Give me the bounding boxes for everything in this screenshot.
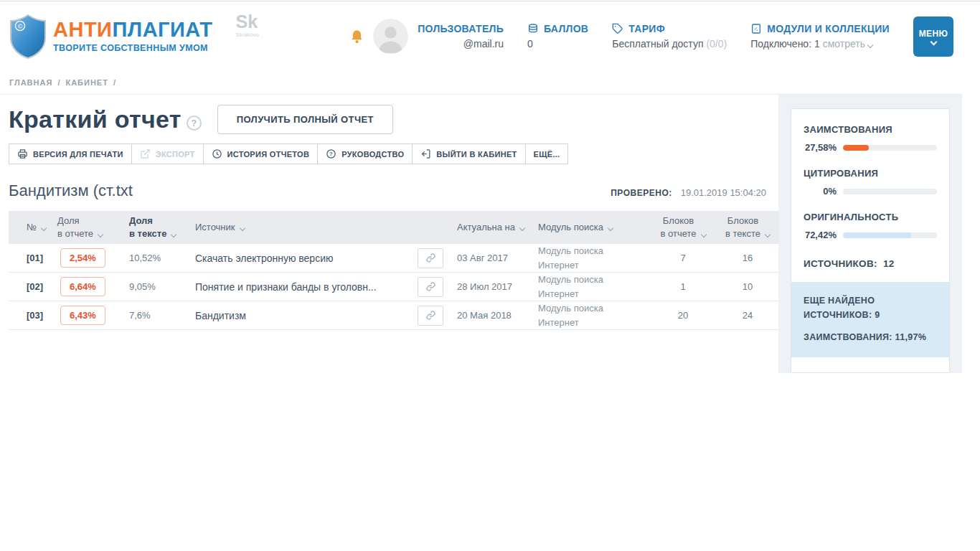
export-button[interactable]: ЭКСПОРТ [131, 143, 204, 164]
header-right: ПОЛЬЗОВАТЕЛЬ @mail.ru БАЛЛОВ 0 [350, 17, 953, 57]
document-title: Бандитизм (ст.txt [9, 182, 133, 200]
source-date: 20 Мая 2018 [452, 310, 538, 321]
table-row: [02] 6,64% 9,05% Понятие и признаки банд… [9, 273, 780, 301]
source-title: Скачать электронную версию [195, 253, 418, 264]
originality-bar [843, 232, 937, 238]
question-circle-icon: ? [326, 149, 336, 159]
checked-label: ПРОВЕРЕНО: [611, 188, 672, 198]
source-link-button[interactable] [418, 306, 443, 326]
extra-found-line1: ЕЩЕ НАЙДЕНО [804, 293, 937, 308]
column-header-num[interactable]: № [9, 221, 57, 234]
share-in-text: 9,05% [129, 281, 195, 292]
checked-timestamp: 19.01.2019 15:04:20 [681, 187, 766, 198]
report-history-button[interactable]: ИСТОРИЯ ОТЧЕТОВ [203, 143, 319, 164]
modules-block: МОДУЛИ И КОЛЛЕКЦИИ Подключено: 1 смотрет… [750, 23, 890, 50]
printer-icon [17, 149, 28, 159]
more-button[interactable]: ЕЩЁ... [525, 143, 569, 164]
points-block[interactable]: БАЛЛОВ 0 [527, 23, 588, 50]
avatar[interactable] [373, 19, 408, 54]
tariff-block[interactable]: ТАРИФ Бесплатный доступ (0/0) [612, 23, 727, 50]
tariff-counter: (0/0) [706, 38, 727, 50]
link-icon [426, 282, 435, 291]
sources-count-value: 12 [883, 258, 895, 269]
table-header: № Доля в отчете Доля в тексте Источник А… [9, 211, 780, 244]
breadcrumb-separator: / [113, 78, 116, 87]
source-date: 03 Авг 2017 [452, 253, 538, 263]
share-in-text: 7,6% [129, 310, 195, 321]
blocks-in-text: 24 [715, 310, 780, 321]
report-summary-sidebar: ЗАИМСТВОВАНИЯ 27,58% ЦИТИРОВАНИЯ 0% [778, 95, 962, 373]
antiplagiat-logo[interactable]: © АНТИПЛАГИАТ ТВОРИТЕ СОБСТВЕННЫМ УМОМ [9, 14, 213, 60]
summary-card: ЗАИМСТВОВАНИЯ 27,58% ЦИТИРОВАНИЯ 0% [791, 108, 950, 373]
sources-table: № Доля в отчете Доля в тексте Источник А… [9, 211, 780, 330]
share-in-report-badge[interactable]: 6,43% [60, 306, 105, 325]
blocks-in-report: 1 [651, 281, 715, 292]
share-in-report-badge[interactable]: 2,54% [60, 248, 105, 268]
extra-found-box: ЕЩЕ НАЙДЕНО ИСТОЧНИКОВ: 9 ЗАИМСТВОВАНИЯ:… [791, 282, 949, 357]
main-area: Краткий отчет ? ПОЛУЧИТЬ ПОЛНЫЙ ОТЧЕТ ВЕ… [0, 95, 962, 373]
user-label: ПОЛЬЗОВАТЕЛЬ [418, 23, 504, 34]
avatar-person-icon [373, 19, 408, 54]
breadcrumb-home[interactable]: ГЛАВНАЯ [9, 78, 52, 87]
toolbar: ВЕРСИЯ ДЛЯ ПЕЧАТИ ЭКСПОРТ ИСТОРИЯ ОТЧЕТО… [9, 143, 778, 164]
notification-bell-icon[interactable] [350, 29, 364, 44]
logo-title: АНТИПЛАГИАТ [53, 19, 213, 40]
user-group: ПОЛЬЗОВАТЕЛЬ @mail.ru [350, 19, 504, 54]
breadcrumb: ГЛАВНАЯ / КАБИНЕТ / [0, 71, 962, 95]
chevron-down-icon [867, 42, 873, 48]
originality-label: ОРИГИНАЛЬНОСТЬ [804, 212, 937, 222]
table-row: [03] 6,43% 7,6% Бандитизм 20 Мая 2018 Мо… [9, 301, 780, 330]
column-header-module[interactable]: Модуль поиска [538, 221, 651, 234]
search-module: Модуль поиска Интернет [538, 244, 651, 272]
plagiarism-value: 27,58% [804, 142, 837, 153]
sort-icon [41, 225, 47, 231]
source-link-button[interactable] [418, 248, 443, 268]
source-title: Бандитизм [195, 310, 418, 321]
column-header-source[interactable]: Источник [195, 221, 418, 234]
svg-text:?: ? [329, 151, 333, 157]
print-version-button[interactable]: ВЕРСИЯ ДЛЯ ПЕЧАТИ [9, 143, 132, 164]
points-value: 0 [527, 38, 588, 50]
column-header-share-report[interactable]: Доля в отчете [57, 215, 129, 240]
blocks-in-text: 10 [715, 281, 780, 292]
originality-metric: ОРИГИНАЛЬНОСТЬ 72,42% [791, 212, 949, 240]
share-in-report-badge[interactable]: 6,64% [60, 277, 105, 296]
source-link-button[interactable] [418, 277, 443, 297]
guide-button[interactable]: ? РУКОВОДСТВО [317, 143, 413, 164]
help-icon[interactable]: ? [187, 116, 202, 131]
export-icon [140, 149, 151, 159]
modules-document-icon [750, 23, 762, 34]
column-header-share-text[interactable]: Доля в тексте [129, 215, 195, 240]
share-in-text: 10,52% [129, 253, 195, 263]
plagiarism-metric: ЗАИМСТВОВАНИЯ 27,58% [791, 124, 949, 153]
sort-icon [171, 231, 176, 237]
breadcrumb-cabinet[interactable]: КАБИНЕТ [65, 78, 108, 87]
column-header-date[interactable]: Актуальна на [452, 221, 538, 234]
checked-info: ПРОВЕРЕНО: 19.01.2019 15:04:20 [611, 187, 766, 198]
sort-icon [239, 225, 245, 231]
logo-tagline: ТВОРИТЕ СОБСТВЕННЫМ УМОМ [53, 43, 213, 53]
extra-found-line3: ЗАИМСТВОВАНИЯ: 11,97% [804, 330, 937, 344]
plagiarism-label: ЗАИМСТВОВАНИЯ [804, 124, 937, 135]
column-header-blocks-report[interactable]: Блоков в отчете [651, 215, 715, 240]
user-menu[interactable]: ПОЛЬЗОВАТЕЛЬ @mail.ru [418, 23, 504, 50]
tag-icon [612, 23, 623, 34]
sort-icon [98, 231, 103, 237]
sort-icon [700, 231, 706, 237]
exit-icon [420, 149, 431, 159]
column-header-blocks-text[interactable]: Блоков в тексте [715, 215, 780, 240]
modules-label: МОДУЛИ И КОЛЛЕКЦИИ [767, 23, 890, 34]
modules-see-link[interactable]: смотреть [823, 38, 865, 50]
get-full-report-button[interactable]: ПОЛУЧИТЬ ПОЛНЫЙ ОТЧЕТ [217, 105, 393, 134]
blocks-in-report: 7 [651, 253, 715, 263]
menu-button[interactable]: МЕНЮ [913, 17, 953, 57]
table-row: [01] 2,54% 10,52% Скачать электронную ве… [9, 244, 780, 273]
chevron-down-icon [930, 38, 937, 45]
sort-icon [608, 225, 613, 231]
originality-value: 72,42% [804, 230, 837, 240]
exit-to-cabinet-button[interactable]: ВЫЙТИ В КАБИНЕТ [412, 143, 525, 164]
citations-value: 0% [804, 186, 837, 197]
content: Краткий отчет ? ПОЛУЧИТЬ ПОЛНЫЙ ОТЧЕТ ВЕ… [0, 95, 778, 373]
shield-logo-icon: © [9, 14, 47, 60]
tariff-value: Бесплатный доступ [612, 38, 703, 50]
